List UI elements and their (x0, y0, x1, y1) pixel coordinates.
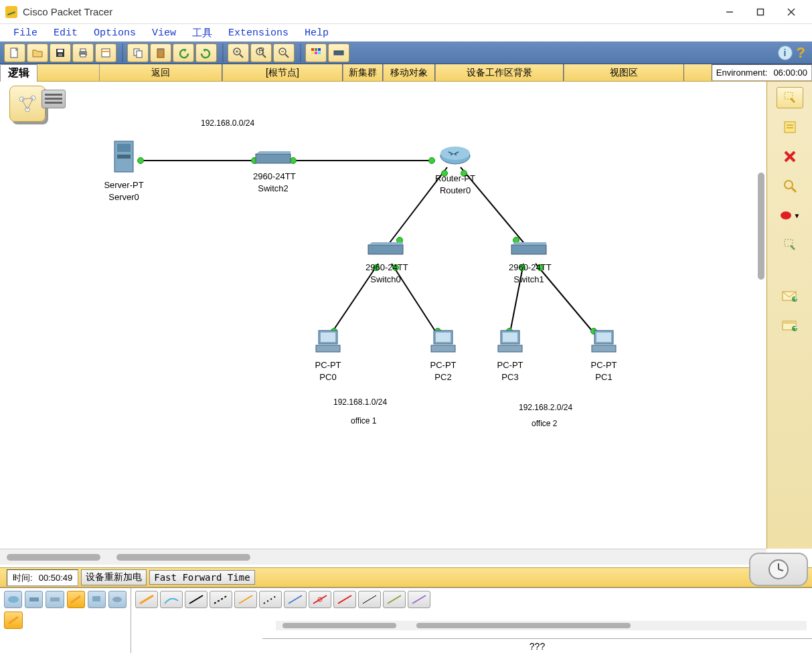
svg-line-96 (189, 595, 203, 603)
menu-help[interactable]: Help (298, 26, 335, 40)
device-server0[interactable]: Server-PT Server0 (104, 138, 144, 203)
horizontal-scrollbar[interactable] (0, 549, 766, 565)
device-router0[interactable]: Router-PT Router0 (435, 145, 475, 197)
conn-serial-dce[interactable] (309, 591, 331, 608)
canvas-area[interactable]: 192.168.0.0/24 192.168.1.0/24 192.168.2.… (0, 82, 766, 549)
close-button[interactable] (776, 2, 807, 22)
workspace: 192.168.0.0/24 192.168.1.0/24 192.168.2.… (0, 82, 812, 565)
environment-box[interactable]: Environment: 06:00:00 (712, 64, 812, 81)
cat-routers[interactable] (4, 591, 22, 608)
menu-options[interactable]: Options (87, 26, 143, 40)
logical-tab[interactable]: 逻辑 (0, 64, 37, 82)
menu-tools[interactable]: 工具 (185, 25, 219, 41)
subnet-label-1: 192.168.1.0/24 (333, 397, 387, 407)
select-tool[interactable] (777, 87, 803, 108)
device-switch2[interactable]: 2960-24TT Switch2 (253, 150, 293, 195)
conn-crossover[interactable] (210, 591, 232, 608)
back-button[interactable]: 返回 (99, 64, 222, 81)
device-pc0[interactable]: PC-PT PC0 (308, 328, 348, 383)
add-complex-pdu[interactable]: + (777, 314, 803, 336)
note-tool[interactable] (777, 116, 803, 138)
wizard-button[interactable] (95, 43, 116, 62)
minimize-button[interactable] (714, 2, 745, 22)
svg-text:+: + (793, 293, 799, 302)
cat-connections[interactable] (67, 591, 85, 608)
conn-iot[interactable] (383, 591, 406, 608)
menu-extensions[interactable]: Extensions (222, 26, 295, 40)
palette-button[interactable] (305, 43, 327, 62)
conn-serial-dte[interactable] (333, 591, 356, 608)
cat-wan[interactable] (108, 591, 127, 608)
paste-button[interactable] (150, 43, 171, 62)
device-pc3[interactable]: PC-PT PC3 (490, 328, 530, 383)
conn-fiber[interactable] (234, 591, 257, 608)
save-button[interactable] (50, 43, 71, 62)
device-description: ??? (262, 638, 812, 653)
new-file-button[interactable] (4, 43, 25, 62)
svg-rect-64 (431, 345, 455, 352)
redo-button[interactable] (195, 43, 217, 62)
connection-types-row (131, 588, 446, 611)
custom-device-button[interactable] (328, 43, 349, 62)
vertical-scrollbar[interactable] (756, 173, 766, 427)
maximize-button[interactable] (745, 2, 776, 22)
physical-view-icon[interactable] (42, 90, 66, 108)
delete-tool[interactable] (777, 146, 803, 167)
device-switch1[interactable]: 2960-24TT Switch1 (509, 241, 549, 286)
logical-view-icon[interactable] (9, 86, 46, 122)
conn-octal[interactable] (358, 591, 381, 608)
svg-text:+: + (793, 322, 799, 332)
info-icon[interactable]: i (778, 45, 793, 60)
device-pc1[interactable]: PC-PT PC1 (584, 328, 624, 383)
viewport-button[interactable]: 视图区 (564, 64, 684, 81)
add-simple-pdu[interactable]: + (777, 285, 803, 306)
svg-rect-33 (334, 51, 343, 55)
svg-rect-29 (318, 48, 321, 51)
office1-label: office 1 (351, 416, 376, 426)
svg-rect-30 (311, 52, 314, 54)
svg-point-95 (112, 597, 122, 602)
inspect-tool[interactable] (777, 175, 803, 197)
svg-rect-32 (318, 52, 321, 54)
cat-switches[interactable] (25, 591, 43, 608)
print-button[interactable] (72, 43, 94, 62)
conn-auto[interactable] (135, 591, 158, 608)
power-cycle-button[interactable]: 设备重新加电 (81, 569, 147, 585)
svg-rect-9 (80, 49, 86, 52)
device-switch0[interactable]: 2960-24TT Switch0 (366, 241, 406, 286)
cat-end-devices[interactable] (88, 591, 106, 608)
move-object-button[interactable]: 移动对象 (383, 64, 435, 81)
menu-file[interactable]: File (7, 26, 44, 40)
conn-console[interactable] (160, 591, 183, 608)
svg-rect-28 (315, 48, 317, 51)
root-button[interactable]: [根节点] (222, 64, 343, 81)
open-file-button[interactable] (27, 43, 48, 62)
resize-tool[interactable] (777, 234, 803, 256)
device-pc2[interactable]: PC-PT PC2 (423, 328, 463, 383)
conn-phone[interactable] (259, 591, 282, 608)
menu-view[interactable]: View (145, 26, 183, 40)
workspace-bg-button[interactable]: 设备工作区背景 (435, 64, 564, 81)
svg-rect-6 (58, 50, 63, 52)
zoom-out-button[interactable] (273, 43, 295, 62)
help-icon[interactable]: ? (797, 44, 805, 62)
conn-straight[interactable] (185, 591, 208, 608)
realtime-clock-badge[interactable] (749, 553, 808, 586)
time-bar: 时间: 00:50:49 设备重新加电 Fast Forward Time 实时 (0, 567, 812, 587)
conn-usb[interactable] (408, 591, 430, 608)
zoom-reset-button[interactable]: R (250, 43, 272, 62)
fast-forward-button[interactable]: Fast Forward Time (149, 570, 254, 585)
cat-hubs[interactable] (46, 591, 64, 608)
subnet-label-0: 192.168.0.0/24 (201, 118, 254, 128)
zoom-in-button[interactable] (228, 43, 249, 62)
svg-rect-31 (315, 52, 317, 54)
undo-button[interactable] (173, 43, 194, 62)
copy-button[interactable] (127, 43, 149, 62)
menu-edit[interactable]: Edit (47, 26, 84, 40)
svg-rect-69 (596, 333, 611, 342)
conn-coax[interactable] (284, 591, 307, 608)
subcat-connections[interactable] (4, 612, 23, 629)
new-cluster-button[interactable]: 新集群 (343, 64, 383, 81)
connection-scroll[interactable] (276, 621, 807, 630)
draw-tool[interactable]: ▼ (777, 205, 803, 226)
